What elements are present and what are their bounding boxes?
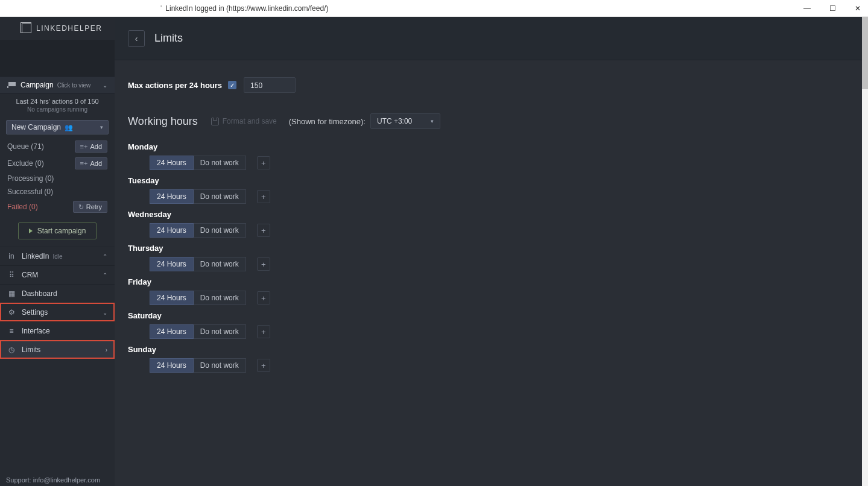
failed-row[interactable]: Failed (0) ↻Retry (0, 198, 115, 215)
back-button[interactable]: ‹ (128, 30, 145, 47)
btn-24-hours[interactable]: 24 Hours (150, 257, 194, 271)
btn-do-not-work[interactable]: Do not work (194, 324, 246, 339)
campaign-selector[interactable]: New Campaign 👥 ▾ (6, 120, 109, 134)
day-block-monday: Monday24 HoursDo not work+ (128, 142, 855, 170)
nav-crm-label: CRM (22, 271, 38, 279)
day-name: Monday (128, 142, 855, 151)
vertical-scrollbar[interactable] (862, 17, 868, 486)
chevron-up-icon: ⌃ (103, 272, 107, 279)
chevron-down-icon: ⌄ (103, 82, 107, 89)
flag-icon (7, 82, 16, 88)
btn-do-not-work[interactable]: Do not work (194, 257, 246, 271)
maximize-icon[interactable]: ☐ (828, 4, 837, 13)
window-title: LinkedIn logged in (https://www.linkedin… (165, 4, 328, 13)
day-block-wednesday: Wednesday24 HoursDo not work+ (128, 210, 855, 238)
brand-text: LINKEDHELPER (36, 24, 102, 33)
btn-24-hours[interactable]: 24 Hours (150, 291, 194, 305)
app-logo: LINKEDHELPER (0, 17, 115, 40)
dashboard-icon: ▦ (7, 289, 16, 298)
nav-limits-label: Limits (22, 346, 40, 354)
max-actions-label: Max actions per 24 hours (128, 81, 222, 90)
page-content: Max actions per 24 hours ✓ 150 Working h… (115, 60, 868, 396)
timezone-value: UTC +3:00 (377, 117, 412, 125)
queue-row[interactable]: Queue (71) ≡+Add (0, 138, 115, 155)
nav-interface[interactable]: ≡ Interface (0, 321, 115, 340)
logo-icon (22, 24, 31, 33)
campaign-title: Campaign (21, 81, 54, 89)
successful-row[interactable]: Successful (0) (0, 185, 115, 198)
day-name: Saturday (128, 311, 855, 320)
add-time-range-button[interactable]: + (257, 190, 270, 203)
btn-24-hours[interactable]: 24 Hours (150, 189, 194, 204)
btn-do-not-work[interactable]: Do not work (194, 291, 246, 305)
failed-label: Failed (0) (7, 203, 38, 211)
gear-icon: ⚙ (7, 308, 16, 317)
day-block-sunday: Sunday24 HoursDo not work+ (128, 345, 855, 373)
chevron-left-icon: ‹ (135, 34, 138, 43)
main-panel: ‹ Limits Max actions per 24 hours ✓ 150 … (115, 17, 868, 486)
exclude-row[interactable]: Exclude (0) ≡+Add (0, 155, 115, 172)
successful-label: Successful (0) (7, 188, 53, 196)
btn-24-hours[interactable]: 24 Hours (150, 358, 194, 373)
btn-do-not-work[interactable]: Do not work (194, 223, 246, 238)
btn-24-hours[interactable]: 24 Hours (150, 324, 194, 339)
profile-area (0, 40, 115, 76)
add-time-range-button[interactable]: + (257, 359, 270, 372)
close-icon[interactable]: ✕ (854, 4, 862, 13)
processing-label: Processing (0) (7, 174, 54, 183)
nav-limits[interactable]: ◷ Limits › (0, 340, 115, 359)
scrollbar-thumb[interactable] (862, 17, 868, 89)
timezone-select[interactable]: UTC +3:00 ▾ (370, 113, 440, 129)
support-email[interactable]: info@linkedhelper.com (33, 476, 100, 484)
minimize-icon[interactable]: — (803, 4, 811, 13)
queue-add-button[interactable]: ≡+Add (75, 140, 107, 153)
working-hours-row: Working hours Format and save (Shown for… (128, 113, 855, 129)
add-time-range-button[interactable]: + (257, 156, 270, 169)
add-time-range-button[interactable]: + (257, 291, 270, 305)
campaign-selector-label: New Campaign (11, 123, 61, 131)
nav-crm[interactable]: ⠿ CRM ⌃ (0, 265, 115, 284)
page-header: ‹ Limits (115, 17, 868, 60)
campaign-header[interactable]: Campaign Click to view ⌄ (0, 76, 115, 94)
btn-do-not-work[interactable]: Do not work (194, 358, 246, 373)
page-title: Limits (154, 32, 183, 45)
nav-settings[interactable]: ⚙ Settings ⌄ (0, 303, 115, 321)
queue-label: Queue (71) (7, 142, 44, 151)
sidebar: LINKEDHELPER Campaign Click to view ⌄ La… (0, 17, 115, 486)
add-time-range-button[interactable]: + (257, 325, 270, 338)
nav-dashboard[interactable]: ▦ Dashboard (0, 284, 115, 303)
campaign-stats: Queue (71) ≡+Add Exclude (0) ≡+Add Proce… (0, 137, 115, 216)
status-line-1: Last 24 hrs' actions 0 of 150 (0, 98, 115, 105)
btn-24-hours[interactable]: 24 Hours (150, 156, 194, 170)
status-line-2: No campaigns running (0, 106, 115, 113)
exclude-add-button[interactable]: ≡+Add (75, 157, 107, 169)
processing-row[interactable]: Processing (0) (0, 172, 115, 185)
btn-do-not-work[interactable]: Do not work (194, 156, 246, 170)
nav-settings-label: Settings (22, 308, 48, 317)
chevron-down-icon: ⌄ (103, 309, 107, 316)
add-time-range-button[interactable]: + (257, 224, 270, 237)
clock-icon: ◷ (7, 346, 16, 354)
sliders-icon: ≡ (7, 327, 16, 335)
nav-linkedin[interactable]: in LinkedIn Idle ⌃ (0, 247, 115, 265)
day-controls: 24 HoursDo not work+ (128, 223, 855, 238)
retry-icon: ↻ (78, 203, 84, 211)
window-titlebar: ' LinkedIn logged in (https://www.linked… (0, 0, 868, 17)
nav-interface-label: Interface (22, 327, 50, 335)
start-campaign-button[interactable]: Start campaign (18, 222, 97, 239)
max-actions-checkbox[interactable]: ✓ (228, 81, 236, 89)
btn-do-not-work[interactable]: Do not work (194, 189, 246, 204)
add-time-range-button[interactable]: + (257, 257, 270, 271)
retry-button[interactable]: ↻Retry (73, 201, 107, 213)
linkedin-icon: in (7, 252, 16, 260)
format-save-button: Format and save (211, 117, 277, 125)
day-block-friday: Friday24 HoursDo not work+ (128, 277, 855, 305)
start-campaign-label: Start campaign (37, 227, 86, 235)
day-name: Thursday (128, 244, 855, 253)
max-actions-input[interactable]: 150 (244, 77, 296, 93)
btn-24-hours[interactable]: 24 Hours (150, 223, 194, 238)
campaign-status: Last 24 hrs' actions 0 of 150 No campaig… (0, 94, 115, 118)
addlist-icon: ≡+ (80, 160, 88, 167)
support-footer: Support: info@linkedhelper.com (0, 474, 115, 486)
support-label: Support: (6, 476, 31, 484)
